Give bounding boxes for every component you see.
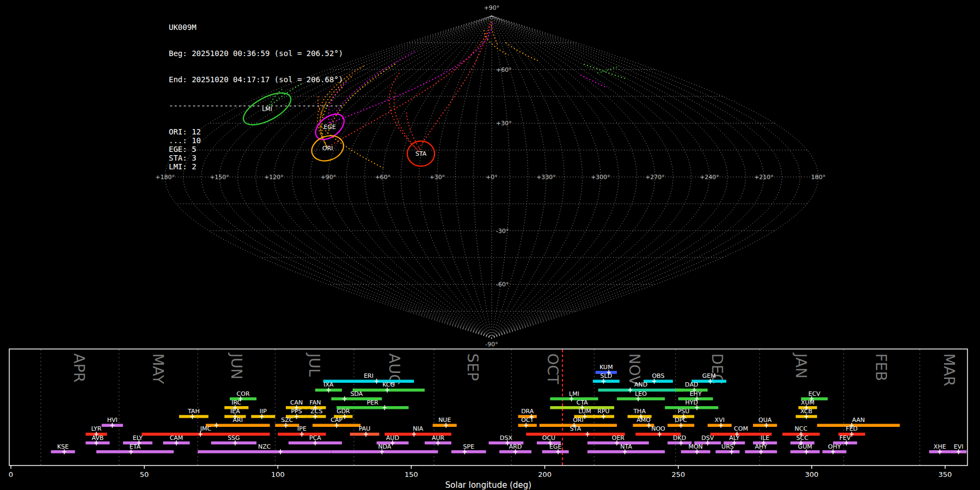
shower-code-label: NZC [258,443,271,450]
shower-code-label: AND [634,381,647,388]
x-tick-label: 350 [939,470,952,479]
shower-code-label: IXA [323,381,334,388]
shower-code-label: JMC [200,425,212,432]
meteor-track [394,93,421,154]
shower-code-label: KSE [57,443,69,450]
shower-code-label: HVI [107,416,118,424]
shower-code-label: FAN [309,399,321,406]
x-tick-label: 150 [405,470,418,479]
shower-code-label: OER [612,434,625,442]
month-label: JAN [793,352,810,378]
meridian-grid-line [492,16,782,338]
shower-code-label: EVI [954,443,964,450]
x-tick-label: 100 [271,470,285,479]
shower-code-label: PAU [359,425,371,432]
shower-code-label: LUM [579,408,591,415]
shower-code-label: NDA [378,443,391,450]
dec-axis-label: +60° [496,66,512,74]
shower-code-label: LMI [569,390,579,397]
begin-time: Beg: 20251020 00:36:59 (sol = 206.52°) [169,49,343,58]
shower-code-label: DSX [500,434,512,442]
x-tick-label: 200 [538,470,552,479]
shower-code-label: IEA [230,408,240,415]
x-tick-label: 50 [140,470,149,479]
shower-code-label: NTA [620,443,632,450]
shower-code-label: AVB [91,434,103,442]
ra-axis-label: +270° [645,174,665,181]
shower-code-label: CAP [330,416,342,424]
shower-count-row: STA: 3 [169,154,343,162]
radiant-plot-page: +180°+150°+120°+90°+60°+30°+0°+330°+300°… [0,0,980,490]
ra-axis-label: +330° [536,174,556,181]
shower-code-label: SZC [281,416,293,424]
shower-count-row: LMI: 2 [169,162,343,171]
meridian-grid-line [492,16,764,338]
shower-code-label: CAM [170,434,183,442]
south-pole-label: -90° [485,341,498,348]
shower-code-label: XVI [715,416,725,424]
shower-code-label: EGE [549,443,561,450]
shower-code-label: IRC [231,399,241,406]
meteor-track [389,73,420,152]
shower-code-label: CTA [577,399,589,406]
month-label: JUN [228,352,245,379]
shower-code-label: NCC [795,425,808,432]
sky-map: +180°+150°+120°+90°+60°+30°+0°+330°+300°… [0,0,980,348]
shower-code-label: SLD [601,372,612,379]
shower-code-label: GUM [798,443,812,450]
x-tick-label: 300 [805,470,818,479]
shower-code-label: PER [367,399,379,406]
month-label: MAY [150,353,167,384]
shower-code-label: DPC [675,416,687,424]
shower-code-label: SPE [463,443,475,450]
shower-code-label: LEO [635,390,647,397]
station-id: UK009M [169,23,343,32]
shower-code-label: THA [633,408,646,415]
shower-code-label: LYR [91,425,101,432]
shower-code-label: COM [734,425,748,432]
shower-code-label: GDR [336,408,350,415]
month-label: MAR [941,353,958,387]
dec-axis-label: +30° [496,120,512,127]
shower-code-label: DRA [521,408,534,415]
shower-code-label: NOO [651,425,665,432]
shower-code-label: AUR [432,434,445,442]
shower-code-label: ETA [130,443,141,450]
meridian-grid-line [401,16,492,338]
shower-code-label: ECV [808,390,821,397]
shower-code-label: DSV [701,434,714,442]
shower-code-label: IPE [297,425,307,432]
ra-axis-label: +300° [591,174,610,181]
info-separator: -------------------------------------- [169,101,343,110]
shower-code-label: IIP [260,408,267,415]
month-label: FEB [873,353,890,381]
shower-code-label: DKD [673,434,686,442]
ra-axis-label: +240° [700,174,719,181]
shower-code-label: KCG [382,381,395,388]
north-pole-label: +90° [484,4,500,11]
meridian-grid-line [328,16,492,338]
shower-code-label: OHY [828,443,841,450]
month-label: APR [71,353,88,383]
shower-code-label: PCA [309,434,321,442]
shower-code-label: XCB [800,408,812,415]
shower-code-label: SCC [797,434,809,442]
shower-code-label: ILE [761,434,769,442]
shower-code-label: ZCS [310,408,322,415]
end-time: End: 20251020 04:17:17 (sol = 206.68°) [169,75,343,84]
shower-code-label: FEV [840,434,851,442]
shower-count-row: ...: 10 [169,136,343,145]
shower-counts: ORI: 12...: 10EGE: 5STA: 3LMI: 2 [169,127,343,171]
shower-code-label: GEM [702,372,716,379]
ra-axis-label: 180° [811,174,826,181]
shower-code-label: URS [721,443,734,450]
shower-code-label: ERI [364,372,373,379]
dec-axis-label: -60° [496,281,509,288]
shower-count-row: ORI: 12 [169,127,343,136]
month-label: SEP [464,353,481,381]
shower-code-label: OCU [542,434,555,442]
x-axis-title: Solar longitude (deg) [445,480,531,490]
shower-code-label: CAN [290,399,303,406]
shower-code-label: AAN [852,416,865,424]
meteor-track [328,23,491,146]
